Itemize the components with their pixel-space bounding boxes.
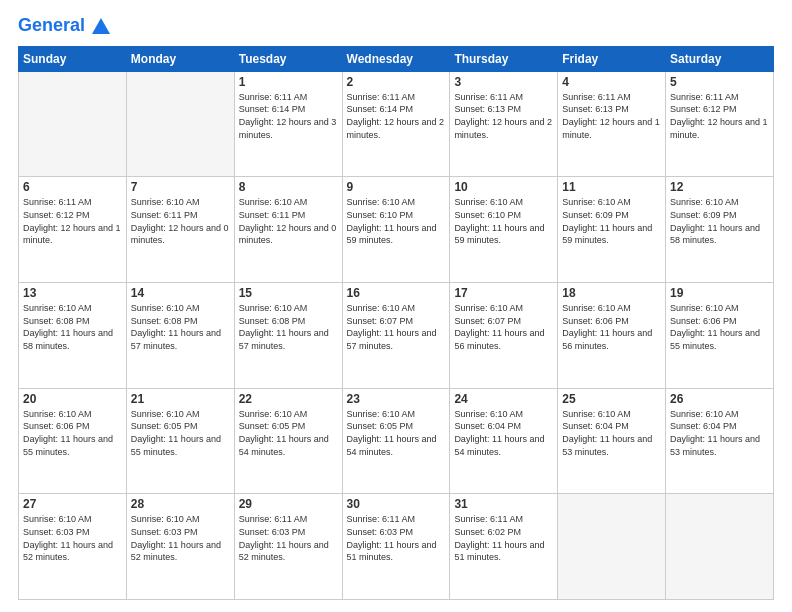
sunrise-text: Sunrise: 6:10 AM bbox=[131, 409, 200, 419]
sunrise-text: Sunrise: 6:10 AM bbox=[562, 303, 631, 313]
day-number: 10 bbox=[454, 180, 553, 194]
sunset-text: Sunset: 6:04 PM bbox=[670, 421, 737, 431]
sunrise-text: Sunrise: 6:11 AM bbox=[239, 514, 308, 524]
calendar-week-1: 1Sunrise: 6:11 AMSunset: 6:14 PMDaylight… bbox=[19, 71, 774, 177]
day-info: Sunrise: 6:10 AMSunset: 6:07 PMDaylight:… bbox=[347, 302, 446, 352]
day-info: Sunrise: 6:10 AMSunset: 6:08 PMDaylight:… bbox=[131, 302, 230, 352]
daylight-text: Daylight: 12 hours and 3 minutes. bbox=[239, 117, 337, 140]
sunrise-text: Sunrise: 6:11 AM bbox=[454, 92, 523, 102]
col-header-monday: Monday bbox=[126, 46, 234, 71]
day-info: Sunrise: 6:10 AMSunset: 6:10 PMDaylight:… bbox=[454, 196, 553, 246]
page: General SundayMondayTuesdayWednesdayThur… bbox=[0, 0, 792, 612]
sunrise-text: Sunrise: 6:10 AM bbox=[454, 197, 523, 207]
sunset-text: Sunset: 6:13 PM bbox=[454, 104, 521, 114]
daylight-text: Daylight: 11 hours and 54 minutes. bbox=[239, 434, 329, 457]
daylight-text: Daylight: 11 hours and 53 minutes. bbox=[670, 434, 760, 457]
daylight-text: Daylight: 11 hours and 56 minutes. bbox=[454, 328, 544, 351]
sunrise-text: Sunrise: 6:10 AM bbox=[562, 409, 631, 419]
day-number: 16 bbox=[347, 286, 446, 300]
sunset-text: Sunset: 6:07 PM bbox=[347, 316, 414, 326]
sunset-text: Sunset: 6:14 PM bbox=[239, 104, 306, 114]
sunset-text: Sunset: 6:05 PM bbox=[347, 421, 414, 431]
calendar-cell: 22Sunrise: 6:10 AMSunset: 6:05 PMDayligh… bbox=[234, 388, 342, 494]
sunrise-text: Sunrise: 6:11 AM bbox=[23, 197, 92, 207]
col-header-tuesday: Tuesday bbox=[234, 46, 342, 71]
day-number: 29 bbox=[239, 497, 338, 511]
sunrise-text: Sunrise: 6:11 AM bbox=[670, 92, 739, 102]
daylight-text: Daylight: 11 hours and 54 minutes. bbox=[347, 434, 437, 457]
sunset-text: Sunset: 6:03 PM bbox=[131, 527, 198, 537]
calendar-cell: 26Sunrise: 6:10 AMSunset: 6:04 PMDayligh… bbox=[666, 388, 774, 494]
daylight-text: Daylight: 11 hours and 51 minutes. bbox=[454, 540, 544, 563]
day-info: Sunrise: 6:10 AMSunset: 6:07 PMDaylight:… bbox=[454, 302, 553, 352]
daylight-text: Daylight: 11 hours and 56 minutes. bbox=[562, 328, 652, 351]
sunrise-text: Sunrise: 6:11 AM bbox=[239, 92, 308, 102]
day-number: 23 bbox=[347, 392, 446, 406]
calendar-cell: 1Sunrise: 6:11 AMSunset: 6:14 PMDaylight… bbox=[234, 71, 342, 177]
logo-text: General bbox=[18, 16, 110, 36]
sunset-text: Sunset: 6:05 PM bbox=[239, 421, 306, 431]
calendar-cell: 15Sunrise: 6:10 AMSunset: 6:08 PMDayligh… bbox=[234, 283, 342, 389]
calendar-cell: 30Sunrise: 6:11 AMSunset: 6:03 PMDayligh… bbox=[342, 494, 450, 600]
daylight-text: Daylight: 11 hours and 55 minutes. bbox=[670, 328, 760, 351]
daylight-text: Daylight: 11 hours and 59 minutes. bbox=[454, 223, 544, 246]
day-info: Sunrise: 6:10 AMSunset: 6:05 PMDaylight:… bbox=[239, 408, 338, 458]
sunset-text: Sunset: 6:11 PM bbox=[239, 210, 306, 220]
calendar-cell: 13Sunrise: 6:10 AMSunset: 6:08 PMDayligh… bbox=[19, 283, 127, 389]
day-number: 30 bbox=[347, 497, 446, 511]
sunset-text: Sunset: 6:09 PM bbox=[562, 210, 629, 220]
calendar-week-4: 20Sunrise: 6:10 AMSunset: 6:06 PMDayligh… bbox=[19, 388, 774, 494]
day-info: Sunrise: 6:10 AMSunset: 6:03 PMDaylight:… bbox=[23, 513, 122, 563]
daylight-text: Daylight: 12 hours and 1 minute. bbox=[23, 223, 121, 246]
calendar-cell bbox=[126, 71, 234, 177]
day-info: Sunrise: 6:11 AMSunset: 6:03 PMDaylight:… bbox=[347, 513, 446, 563]
sunset-text: Sunset: 6:07 PM bbox=[454, 316, 521, 326]
day-info: Sunrise: 6:11 AMSunset: 6:12 PMDaylight:… bbox=[23, 196, 122, 246]
day-info: Sunrise: 6:10 AMSunset: 6:04 PMDaylight:… bbox=[670, 408, 769, 458]
sunset-text: Sunset: 6:08 PM bbox=[239, 316, 306, 326]
calendar-cell: 23Sunrise: 6:10 AMSunset: 6:05 PMDayligh… bbox=[342, 388, 450, 494]
day-info: Sunrise: 6:10 AMSunset: 6:09 PMDaylight:… bbox=[562, 196, 661, 246]
calendar-cell: 28Sunrise: 6:10 AMSunset: 6:03 PMDayligh… bbox=[126, 494, 234, 600]
day-number: 24 bbox=[454, 392, 553, 406]
calendar-week-2: 6Sunrise: 6:11 AMSunset: 6:12 PMDaylight… bbox=[19, 177, 774, 283]
day-info: Sunrise: 6:10 AMSunset: 6:03 PMDaylight:… bbox=[131, 513, 230, 563]
sunrise-text: Sunrise: 6:10 AM bbox=[347, 197, 416, 207]
sunrise-text: Sunrise: 6:10 AM bbox=[239, 409, 308, 419]
calendar-cell: 29Sunrise: 6:11 AMSunset: 6:03 PMDayligh… bbox=[234, 494, 342, 600]
sunrise-text: Sunrise: 6:10 AM bbox=[23, 409, 92, 419]
calendar-cell: 4Sunrise: 6:11 AMSunset: 6:13 PMDaylight… bbox=[558, 71, 666, 177]
calendar-cell: 18Sunrise: 6:10 AMSunset: 6:06 PMDayligh… bbox=[558, 283, 666, 389]
day-number: 19 bbox=[670, 286, 769, 300]
day-number: 3 bbox=[454, 75, 553, 89]
sunrise-text: Sunrise: 6:11 AM bbox=[562, 92, 631, 102]
day-info: Sunrise: 6:11 AMSunset: 6:02 PMDaylight:… bbox=[454, 513, 553, 563]
sunset-text: Sunset: 6:03 PM bbox=[347, 527, 414, 537]
day-info: Sunrise: 6:10 AMSunset: 6:06 PMDaylight:… bbox=[670, 302, 769, 352]
day-number: 26 bbox=[670, 392, 769, 406]
daylight-text: Daylight: 11 hours and 59 minutes. bbox=[347, 223, 437, 246]
calendar-cell: 17Sunrise: 6:10 AMSunset: 6:07 PMDayligh… bbox=[450, 283, 558, 389]
calendar-cell: 8Sunrise: 6:10 AMSunset: 6:11 PMDaylight… bbox=[234, 177, 342, 283]
day-info: Sunrise: 6:10 AMSunset: 6:05 PMDaylight:… bbox=[131, 408, 230, 458]
day-number: 8 bbox=[239, 180, 338, 194]
day-number: 6 bbox=[23, 180, 122, 194]
sunrise-text: Sunrise: 6:10 AM bbox=[454, 303, 523, 313]
sunset-text: Sunset: 6:06 PM bbox=[562, 316, 629, 326]
sunrise-text: Sunrise: 6:11 AM bbox=[347, 514, 416, 524]
calendar-week-3: 13Sunrise: 6:10 AMSunset: 6:08 PMDayligh… bbox=[19, 283, 774, 389]
calendar-cell: 10Sunrise: 6:10 AMSunset: 6:10 PMDayligh… bbox=[450, 177, 558, 283]
logo-icon bbox=[92, 18, 110, 34]
calendar-cell: 24Sunrise: 6:10 AMSunset: 6:04 PMDayligh… bbox=[450, 388, 558, 494]
sunrise-text: Sunrise: 6:11 AM bbox=[454, 514, 523, 524]
daylight-text: Daylight: 11 hours and 54 minutes. bbox=[454, 434, 544, 457]
calendar-cell: 31Sunrise: 6:11 AMSunset: 6:02 PMDayligh… bbox=[450, 494, 558, 600]
sunrise-text: Sunrise: 6:10 AM bbox=[562, 197, 631, 207]
sunrise-text: Sunrise: 6:10 AM bbox=[131, 197, 200, 207]
sunset-text: Sunset: 6:08 PM bbox=[131, 316, 198, 326]
col-header-wednesday: Wednesday bbox=[342, 46, 450, 71]
col-header-saturday: Saturday bbox=[666, 46, 774, 71]
day-info: Sunrise: 6:10 AMSunset: 6:08 PMDaylight:… bbox=[23, 302, 122, 352]
day-number: 12 bbox=[670, 180, 769, 194]
sunset-text: Sunset: 6:12 PM bbox=[670, 104, 737, 114]
